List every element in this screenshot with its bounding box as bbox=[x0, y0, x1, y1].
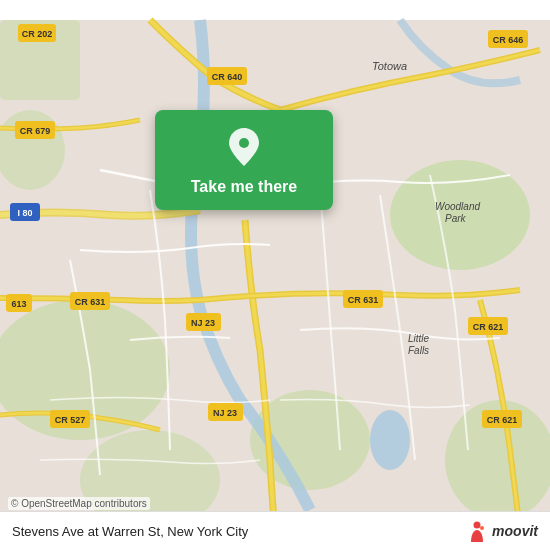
svg-text:CR 621: CR 621 bbox=[473, 322, 504, 332]
svg-text:CR 621: CR 621 bbox=[487, 415, 518, 425]
moovit-icon bbox=[466, 520, 488, 542]
moovit-brand-text: moovit bbox=[492, 523, 538, 539]
map-container: CR 202 CR 679 CR 646 CR 640 I 80 Totowa … bbox=[0, 0, 550, 550]
svg-text:CR 527: CR 527 bbox=[55, 415, 86, 425]
svg-point-8 bbox=[370, 410, 410, 470]
svg-text:NJ 23: NJ 23 bbox=[213, 408, 237, 418]
svg-text:CR 202: CR 202 bbox=[22, 29, 53, 39]
copyright-text: © OpenStreetMap contributors bbox=[8, 497, 150, 510]
svg-text:CR 646: CR 646 bbox=[493, 35, 524, 45]
svg-text:Totowa: Totowa bbox=[372, 60, 407, 72]
moovit-logo: moovit bbox=[466, 520, 538, 542]
svg-text:NJ 23: NJ 23 bbox=[191, 318, 215, 328]
svg-text:CR 679: CR 679 bbox=[20, 126, 51, 136]
svg-text:CR 640: CR 640 bbox=[212, 72, 243, 82]
svg-point-43 bbox=[480, 526, 484, 530]
svg-text:Park: Park bbox=[445, 213, 467, 224]
svg-text:613: 613 bbox=[11, 299, 26, 309]
take-me-card[interactable]: Take me there bbox=[155, 110, 333, 210]
svg-point-41 bbox=[239, 138, 249, 148]
svg-text:Little: Little bbox=[408, 333, 430, 344]
location-text: Stevens Ave at Warren St, New York City bbox=[12, 524, 248, 539]
svg-text:I 80: I 80 bbox=[17, 208, 32, 218]
svg-point-42 bbox=[474, 522, 481, 529]
svg-text:CR 631: CR 631 bbox=[348, 295, 379, 305]
location-pin-icon bbox=[223, 126, 265, 168]
bottom-bar: Stevens Ave at Warren St, New York City … bbox=[0, 511, 550, 550]
take-me-there-label: Take me there bbox=[191, 178, 297, 196]
svg-text:CR 631: CR 631 bbox=[75, 297, 106, 307]
svg-text:Woodland: Woodland bbox=[435, 201, 480, 212]
svg-text:Falls: Falls bbox=[408, 345, 429, 356]
map-svg: CR 202 CR 679 CR 646 CR 640 I 80 Totowa … bbox=[0, 0, 550, 550]
